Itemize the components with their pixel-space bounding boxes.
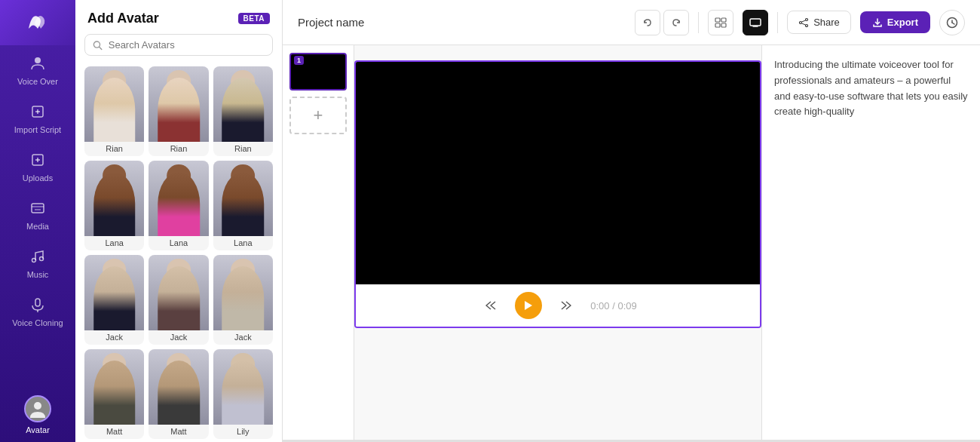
avatar-name: Lana bbox=[170, 236, 188, 250]
avatar-body bbox=[158, 78, 200, 142]
add-scene-button[interactable]: + bbox=[289, 97, 347, 134]
svg-point-12 bbox=[34, 402, 41, 410]
avatar-grid: Rian Rian Rian Lana Lana bbox=[75, 63, 282, 442]
avatar-name: Matt bbox=[106, 425, 122, 439]
share-label: Share bbox=[813, 17, 840, 28]
sidebar-item-voice-over[interactable]: Voice Over bbox=[0, 45, 75, 94]
avatar-card-rian3[interactable]: Rian bbox=[213, 66, 273, 156]
fast-forward-icon bbox=[560, 300, 572, 311]
rewind-button[interactable] bbox=[479, 293, 503, 318]
preview-button[interactable] bbox=[743, 10, 768, 35]
sidebar-item-uploads[interactable]: Uploads bbox=[0, 142, 75, 190]
svg-rect-15 bbox=[715, 18, 720, 22]
export-button[interactable]: Export bbox=[860, 11, 930, 33]
avatar-body bbox=[222, 78, 265, 142]
share-button[interactable]: Share bbox=[787, 11, 851, 34]
scene-number: 1 bbox=[294, 56, 304, 65]
svg-rect-18 bbox=[721, 23, 726, 27]
avatar-card-matt2[interactable]: Matt bbox=[149, 349, 208, 439]
layout-icon-button[interactable] bbox=[708, 10, 733, 35]
play-button[interactable] bbox=[515, 292, 542, 319]
history-button[interactable] bbox=[939, 10, 965, 35]
sidebar-item-label: Voice Cloning bbox=[12, 318, 63, 327]
avatar-card-jack3[interactable]: Jack bbox=[213, 255, 273, 345]
project-name[interactable]: Project name bbox=[298, 16, 623, 29]
avatar-image bbox=[84, 66, 144, 142]
svg-rect-10 bbox=[35, 299, 40, 306]
sidebar-item-music[interactable]: Music bbox=[0, 238, 75, 287]
rewind-icon bbox=[485, 300, 497, 311]
beta-badge: BETA bbox=[238, 13, 270, 24]
avatar-card-jack2[interactable]: Jack bbox=[149, 255, 208, 345]
panel-title: Add Avatar bbox=[87, 11, 159, 26]
avatar-panel: Add Avatar BETA Rian Rian bbox=[75, 0, 283, 442]
sidebar-item-label: Uploads bbox=[23, 173, 53, 183]
sidebar-item-label: Voice Over bbox=[17, 77, 58, 86]
topbar: Project name bbox=[283, 0, 980, 45]
redo-button[interactable] bbox=[663, 10, 689, 35]
avatar-body bbox=[222, 266, 265, 330]
scene-thumb-1[interactable]: 1 bbox=[289, 53, 347, 91]
sidebar-item-label: Import Script bbox=[14, 125, 61, 134]
share-icon bbox=[798, 17, 809, 28]
avatar-card-jack1[interactable]: Jack bbox=[84, 255, 144, 345]
avatar-card-rian1[interactable]: Rian bbox=[84, 66, 144, 156]
avatar-card-rian2[interactable]: Rian bbox=[149, 66, 208, 156]
avatar-card-lily1[interactable]: Lily bbox=[213, 349, 273, 439]
current-time: 0:00 bbox=[590, 300, 609, 312]
video-area: 0:00 / 0:09 bbox=[354, 45, 761, 440]
sidebar-item-media[interactable]: Media bbox=[0, 190, 75, 238]
avatar-name: Rian bbox=[170, 142, 188, 156]
avatar-body bbox=[222, 361, 265, 425]
sidebar-item-voice-cloning[interactable]: Voice Cloning bbox=[0, 287, 75, 335]
sidebar-item-label: Media bbox=[26, 222, 49, 231]
svg-point-9 bbox=[40, 257, 44, 261]
svg-point-8 bbox=[32, 259, 36, 262]
avatar-image bbox=[213, 255, 273, 330]
search-input[interactable] bbox=[109, 39, 265, 51]
avatar-image bbox=[84, 349, 144, 425]
svg-point-23 bbox=[806, 18, 808, 20]
music-icon bbox=[27, 246, 48, 267]
avatar-name: Rian bbox=[234, 142, 252, 156]
video-container: 0:00 / 0:09 bbox=[354, 60, 761, 328]
undo-icon bbox=[642, 17, 653, 28]
avatar-body bbox=[93, 172, 136, 236]
svg-line-26 bbox=[802, 23, 806, 25]
export-icon bbox=[872, 17, 883, 28]
fast-forward-button[interactable] bbox=[554, 293, 578, 318]
avatar-image bbox=[84, 161, 144, 236]
logo bbox=[0, 0, 75, 45]
svg-point-0 bbox=[35, 57, 41, 63]
sidebar-item-import-script[interactable]: Import Script bbox=[0, 94, 75, 142]
script-area: Introducing the ultimate voiceover tool … bbox=[761, 45, 980, 440]
undo-button[interactable] bbox=[635, 10, 660, 35]
media-icon bbox=[27, 198, 48, 219]
import-script-icon bbox=[27, 101, 48, 122]
divider2 bbox=[777, 12, 778, 33]
avatar-icon bbox=[24, 395, 51, 422]
avatar-name: Rian bbox=[106, 142, 123, 156]
avatar-card-lana1[interactable]: Lana bbox=[84, 161, 144, 250]
avatar-image bbox=[213, 161, 273, 236]
avatar-body bbox=[93, 266, 136, 330]
avatar-name: Jack bbox=[106, 330, 123, 345]
avatar-card-lana3[interactable]: Lana bbox=[213, 161, 273, 250]
search-bar[interactable] bbox=[84, 34, 273, 56]
avatar-image bbox=[149, 349, 208, 425]
sidebar-item-avatar[interactable]: Avatar bbox=[0, 388, 75, 442]
video-player bbox=[356, 62, 760, 284]
avatar-image bbox=[84, 255, 144, 330]
time-display: 0:00 / 0:09 bbox=[590, 300, 636, 312]
avatar-card-matt1[interactable]: Matt bbox=[84, 349, 144, 439]
avatar-card-lana2[interactable]: Lana bbox=[149, 161, 208, 250]
uploads-icon bbox=[27, 149, 48, 170]
scene-panel: 1 + bbox=[283, 45, 354, 440]
export-label: Export bbox=[887, 17, 918, 28]
topbar-actions: Share Export bbox=[635, 10, 965, 35]
svg-marker-31 bbox=[525, 301, 532, 310]
avatar-name: Matt bbox=[170, 425, 186, 439]
voice-over-icon bbox=[27, 53, 48, 74]
svg-point-22 bbox=[800, 21, 802, 23]
clock-icon bbox=[946, 17, 958, 29]
